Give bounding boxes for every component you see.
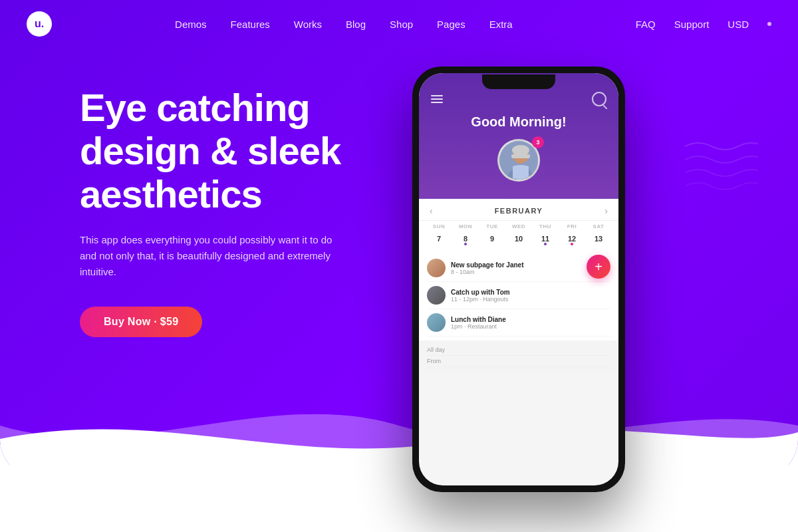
event-info-3: Lunch with Diane 1pm · Restaurant (451, 316, 610, 330)
bottom-white (0, 466, 798, 532)
header: u. Demos Features Works Blog Shop Pages … (0, 0, 798, 48)
day-thu: THU (532, 223, 559, 229)
date-13[interactable]: 13 (585, 232, 612, 245)
phone-notch (482, 74, 555, 89)
date-12[interactable]: 12 (559, 232, 585, 245)
from-row: From (427, 356, 610, 367)
event-item-2: Catch up with Tom 11 - 12pm · Hangouts (427, 282, 610, 309)
phone-mockup: Good Morning! 3 (412, 66, 625, 492)
svg-rect-4 (511, 154, 530, 158)
hero-content: Eye catching design & sleek aesthetics T… (80, 86, 399, 337)
hamburger-line (431, 98, 443, 100)
hamburger-line (431, 102, 443, 103)
notification-badge: 3 (532, 136, 544, 148)
next-month-arrow[interactable]: › (604, 205, 608, 216)
screen-top-bar (431, 92, 606, 106)
logo[interactable]: u. (27, 11, 52, 37)
screen-greeting: Good Morning! (431, 114, 606, 130)
day-mon: MON (452, 223, 479, 229)
calendar-month-row: ‹ FEBRUARY › (419, 199, 618, 221)
event-time-3: 1pm · Restaurant (451, 323, 610, 330)
event-avatar-1 (427, 259, 446, 277)
nav-demos[interactable]: Demos (175, 19, 207, 30)
event-title-3: Lunch with Diane (451, 316, 610, 323)
deco-lines (678, 133, 758, 200)
day-tue: TUE (479, 223, 505, 229)
date-11[interactable]: 11 (532, 232, 559, 245)
nav-right: FAQ Support USD (636, 19, 771, 30)
month-label: FEBRUARY (495, 207, 543, 215)
hero-title: Eye catching design & sleek aesthetics (80, 86, 399, 216)
search-icon[interactable] (592, 92, 606, 106)
wave-shape (0, 372, 798, 479)
svg-point-3 (512, 145, 529, 156)
event-title-2: Catch up with Tom (451, 289, 610, 296)
screen-top: Good Morning! 3 (419, 73, 618, 199)
event-info-2: Catch up with Tom 11 - 12pm · Hangouts (451, 289, 610, 303)
nav-center: Demos Features Works Blog Shop Pages Ext… (175, 19, 513, 30)
event-item-1: New subpage for Janet 8 - 10am (427, 255, 610, 282)
nav-shop[interactable]: Shop (390, 19, 413, 30)
buy-now-button[interactable]: Buy Now · $59 (80, 307, 202, 337)
day-wed: WED (505, 223, 532, 229)
calendar-dates: 7 8 9 10 11 12 13 (419, 231, 618, 251)
nav-support[interactable]: Support (674, 19, 710, 30)
day-sun: SUN (426, 223, 452, 229)
date-7[interactable]: 7 (426, 232, 452, 245)
event-avatar-2 (427, 286, 446, 305)
add-event-button[interactable]: + (587, 255, 610, 279)
nav-features[interactable]: Features (231, 19, 270, 30)
event-item-3: Lunch with Diane 1pm · Restaurant (427, 309, 610, 336)
nav-usd[interactable]: USD (728, 19, 749, 30)
screen-bottom-form: All day From (419, 340, 618, 372)
date-10[interactable]: 10 (505, 232, 532, 245)
day-sat: SAT (585, 223, 612, 229)
nav-works[interactable]: Works (294, 19, 322, 30)
hamburger-line (431, 95, 443, 96)
all-day-row: All day (427, 344, 610, 356)
prev-month-arrow[interactable]: ‹ (430, 205, 433, 216)
date-9[interactable]: 9 (479, 232, 505, 245)
logo-circle: u. (27, 11, 52, 37)
nav-extra[interactable]: Extra (489, 19, 513, 30)
events-list: + New subpage for Janet 8 - 10am Catch u… (419, 251, 618, 340)
phone-outer: Good Morning! 3 (412, 66, 625, 492)
menu-dot-icon[interactable] (767, 22, 771, 26)
event-avatar-3 (427, 313, 446, 332)
nav-blog[interactable]: Blog (346, 19, 366, 30)
avatar-wrap: 3 (497, 139, 540, 182)
day-fri: FRI (559, 223, 585, 229)
nav-faq[interactable]: FAQ (636, 19, 656, 30)
hero-description: This app does everything you could possi… (80, 232, 332, 280)
hamburger-icon[interactable] (431, 95, 443, 103)
nav-pages[interactable]: Pages (437, 19, 466, 30)
date-8[interactable]: 8 (452, 232, 479, 245)
event-time-2: 11 - 12pm · Hangouts (451, 296, 610, 303)
phone-screen: Good Morning! 3 (419, 73, 618, 485)
calendar: ‹ FEBRUARY › SUN MON TUE WED THU FRI SAT… (419, 199, 618, 251)
calendar-day-headers: SUN MON TUE WED THU FRI SAT (419, 221, 618, 231)
